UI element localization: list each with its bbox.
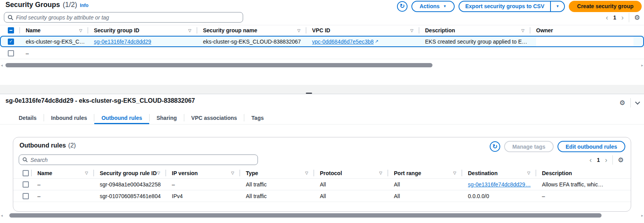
divider xyxy=(630,98,631,107)
destination-link[interactable]: sg-0e1316fe74dc8dd29… xyxy=(468,181,531,188)
security-groups-table: Name ▽ Security group ID ▽ Security grou… xyxy=(0,25,644,59)
header-checkbox-cell xyxy=(0,27,19,33)
select-all-checkbox[interactable] xyxy=(8,27,14,33)
tab-sharing[interactable]: Sharing xyxy=(150,111,184,124)
refresh-button[interactable]: ↻ xyxy=(397,1,408,12)
redacted-owner-value xyxy=(536,37,633,47)
cell-port-range: All xyxy=(388,193,462,199)
column-header-rule-id[interactable]: Security group rule ID ▽ xyxy=(94,168,166,178)
table-row[interactable]: – sgr-0107060857461e804 IPv4 All traffic… xyxy=(13,190,631,202)
cell-port-range: All xyxy=(388,181,462,188)
tab-outbound-rules[interactable]: Outbound rules xyxy=(94,111,149,124)
outbound-rules-title: Outbound rules (2) xyxy=(19,142,76,149)
scroll-left-arrow[interactable]: ◂ xyxy=(1,63,3,67)
column-header-protocol[interactable]: Protocol ▽ xyxy=(314,168,388,178)
row-checkbox[interactable] xyxy=(8,50,14,56)
previous-page-button[interactable]: ‹ xyxy=(589,156,592,163)
filter-icon[interactable]: ▽ xyxy=(188,28,191,33)
filter-icon[interactable]: ▽ xyxy=(527,171,530,175)
filter-icon[interactable]: ▽ xyxy=(521,28,524,33)
scrollbar-thumb[interactable] xyxy=(5,63,432,67)
info-link[interactable]: Info xyxy=(80,3,88,8)
previous-page-button[interactable]: ‹ xyxy=(606,14,608,21)
filter-icon[interactable]: ▽ xyxy=(410,28,413,33)
export-caret-button[interactable]: ▼ xyxy=(550,2,564,11)
column-header-security-group-id[interactable]: Security group ID ▽ xyxy=(88,25,197,35)
cell-owner xyxy=(530,37,644,47)
tab-details[interactable]: Details xyxy=(12,111,44,124)
edit-outbound-rules-button[interactable]: Edit outbound rules xyxy=(558,141,625,152)
outbound-rules-count: (2) xyxy=(68,142,76,149)
table-row[interactable]: ✓ eks-cluster-sg-EKS_C… sg-0e1316fe74dc8… xyxy=(0,36,644,47)
next-page-button[interactable]: › xyxy=(621,14,624,21)
create-security-group-button[interactable]: Create security group xyxy=(569,1,642,12)
card-title-text: Outbound rules xyxy=(19,142,66,149)
column-header-vpc-id[interactable]: VPC ID ▽ xyxy=(306,25,419,35)
export-split-button: Export security groups to CSV ▼ xyxy=(459,1,565,12)
tab-vpc-associations[interactable]: VPC associations xyxy=(184,111,244,124)
column-label: Name xyxy=(26,27,41,33)
column-header-description[interactable]: Description ▽ xyxy=(419,25,530,35)
column-header-port-range[interactable]: Port range ▽ xyxy=(388,168,462,178)
scroll-left-arrow[interactable]: ◂ xyxy=(1,213,3,218)
column-header-owner[interactable]: Owner xyxy=(530,25,644,35)
row-checkbox[interactable] xyxy=(23,193,29,199)
refresh-button[interactable]: ↻ xyxy=(490,141,500,152)
collapse-panel-icon[interactable] xyxy=(635,100,640,105)
filter-icon[interactable]: ▽ xyxy=(453,171,456,175)
filter-icon[interactable]: ▽ xyxy=(231,171,234,175)
column-header-name[interactable]: Name ▽ xyxy=(19,25,88,35)
find-security-groups-search xyxy=(4,12,243,23)
next-page-button[interactable]: › xyxy=(605,156,607,163)
filter-icon[interactable]: ▽ xyxy=(297,28,300,33)
filter-icon[interactable]: ▽ xyxy=(379,171,382,175)
scrollbar-thumb[interactable] xyxy=(9,213,602,218)
scroll-right-arrow[interactable]: ▸ xyxy=(641,213,643,218)
gear-icon[interactable]: ⚙ xyxy=(619,100,625,106)
cell-security-group-name: eks-cluster-sg-EKS_CLOUD-838832067 xyxy=(197,39,306,45)
vpc-id-link[interactable]: vpc-0dd684d6d7e5ec3b8 xyxy=(312,39,374,45)
cell-name: – xyxy=(19,50,88,56)
check-icon: ✓ xyxy=(9,39,12,44)
row-checkbox[interactable] xyxy=(23,181,29,188)
refresh-icon: ↻ xyxy=(492,144,498,150)
column-header-security-group-name[interactable]: Security group name ▽ xyxy=(197,25,306,35)
filter-icon[interactable]: ▽ xyxy=(157,171,160,175)
outbound-rules-table: Name ▽ Security group rule ID ▽ IP versi… xyxy=(13,168,631,202)
column-label: Port range xyxy=(394,170,421,176)
select-all-checkbox[interactable] xyxy=(23,170,29,176)
table-row[interactable]: – sgr-0948a1e00043a2258 – All traffic Al… xyxy=(13,179,631,190)
column-header-description[interactable]: Description xyxy=(536,168,631,178)
row-checkbox[interactable]: ✓ xyxy=(8,39,14,45)
sg-pagination: ‹ 1 › ⚙ xyxy=(606,13,640,22)
gear-icon[interactable]: ⚙ xyxy=(618,157,624,163)
gear-icon[interactable]: ⚙ xyxy=(634,14,640,21)
page-number[interactable]: 1 xyxy=(597,157,600,163)
security-groups-page: Security Groups (1/2) Info ↻ Actions ▼ E… xyxy=(0,0,644,223)
page-number[interactable]: 1 xyxy=(613,14,616,21)
split-panel-divider xyxy=(0,85,644,94)
column-header-name[interactable]: Name ▽ xyxy=(31,168,94,178)
cell-ip-version: – xyxy=(166,181,240,188)
manage-tags-button[interactable]: Manage tags xyxy=(504,141,554,152)
actions-button[interactable]: Actions ▼ xyxy=(411,1,455,12)
find-security-groups-input[interactable] xyxy=(16,14,239,21)
column-header-ip-version[interactable]: IP version ▽ xyxy=(166,168,240,178)
column-header-type[interactable]: Type ▽ xyxy=(240,168,314,178)
security-group-id-link[interactable]: sg-0e1316fe74dc8dd29 xyxy=(94,39,151,45)
cell-rule-id: sgr-0107060857461e804 xyxy=(94,193,166,199)
filter-icon[interactable]: ▽ xyxy=(79,28,82,33)
external-link-icon: ↗ xyxy=(375,39,378,44)
split-panel-drag-handle[interactable] xyxy=(306,93,312,94)
outbound-rules-search-input[interactable] xyxy=(30,157,254,163)
table-row[interactable]: – xyxy=(0,47,644,59)
export-csv-button[interactable]: Export security groups to CSV xyxy=(459,2,550,11)
column-header-destination[interactable]: Destination ▽ xyxy=(462,168,536,178)
filter-icon[interactable]: ▽ xyxy=(85,171,88,175)
tab-inbound-rules[interactable]: Inbound rules xyxy=(44,111,94,124)
column-label: Type xyxy=(246,170,258,176)
column-label: Owner xyxy=(536,27,553,33)
scroll-right-arrow[interactable]: ▸ xyxy=(641,63,643,67)
tab-tags[interactable]: Tags xyxy=(244,111,271,124)
filter-icon[interactable]: ▽ xyxy=(305,171,308,175)
